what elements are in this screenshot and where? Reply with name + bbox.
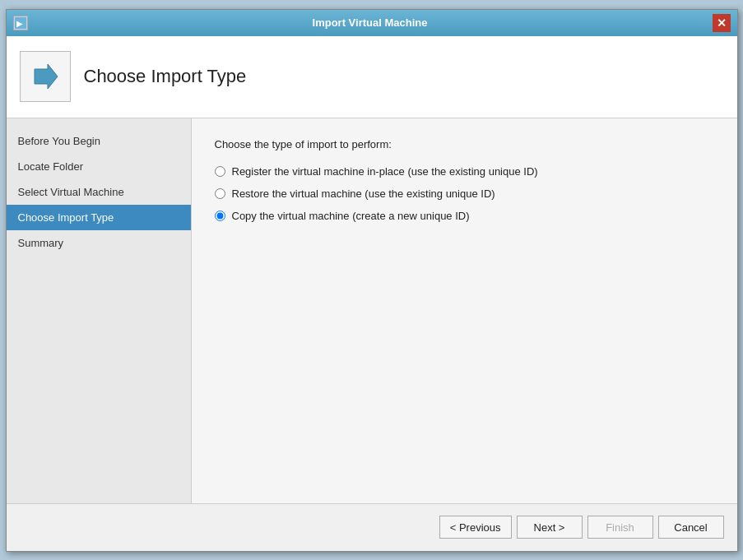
titlebar: ▶ Import Virtual Machine ✕: [7, 10, 737, 36]
radio-label-restore: Restore the virtual machine (use the exi…: [232, 187, 495, 200]
import-arrow-icon: [30, 61, 61, 92]
svg-text:▶: ▶: [16, 19, 23, 28]
window-icon: ▶: [13, 16, 28, 30]
radio-item-register[interactable]: Register the virtual machine in-place (u…: [215, 165, 714, 178]
content-area: Choose the type of import to perform: Re…: [192, 118, 737, 503]
import-type-options: Register the virtual machine in-place (u…: [215, 165, 714, 222]
content-prompt: Choose the type of import to perform:: [215, 138, 714, 150]
radio-restore[interactable]: [215, 188, 225, 199]
sidebar-item-locate-folder[interactable]: Locate Folder: [7, 154, 191, 179]
next-button[interactable]: Next >: [517, 516, 583, 539]
radio-label-register: Register the virtual machine in-place (u…: [232, 165, 538, 178]
radio-item-copy[interactable]: Copy the virtual machine (create a new u…: [215, 210, 714, 222]
close-button[interactable]: ✕: [713, 14, 731, 32]
radio-copy[interactable]: [215, 211, 225, 221]
previous-button[interactable]: < Previous: [439, 516, 512, 539]
radio-label-copy: Copy the virtual machine (create a new u…: [232, 210, 470, 222]
main-content: Before You Begin Locate Folder Select Vi…: [7, 118, 737, 503]
radio-register[interactable]: [215, 166, 225, 177]
page-title: Choose Import Type: [84, 66, 247, 87]
finish-button[interactable]: Finish: [587, 516, 653, 539]
import-vm-dialog: ▶ Import Virtual Machine ✕ Choose Import…: [6, 9, 738, 552]
footer: < Previous Next > Finish Cancel: [7, 503, 737, 551]
window-title: Import Virtual Machine: [28, 16, 713, 29]
radio-item-restore[interactable]: Restore the virtual machine (use the exi…: [215, 187, 714, 200]
sidebar-item-select-vm[interactable]: Select Virtual Machine: [7, 179, 191, 205]
svg-marker-2: [35, 64, 58, 89]
sidebar: Before You Begin Locate Folder Select Vi…: [7, 118, 192, 503]
sidebar-item-summary[interactable]: Summary: [7, 230, 191, 256]
cancel-button[interactable]: Cancel: [658, 516, 724, 539]
sidebar-item-before-you-begin[interactable]: Before You Begin: [7, 128, 191, 154]
page-header: Choose Import Type: [7, 36, 737, 118]
sidebar-item-choose-import-type[interactable]: Choose Import Type: [7, 205, 191, 230]
header-icon-box: [20, 51, 71, 102]
